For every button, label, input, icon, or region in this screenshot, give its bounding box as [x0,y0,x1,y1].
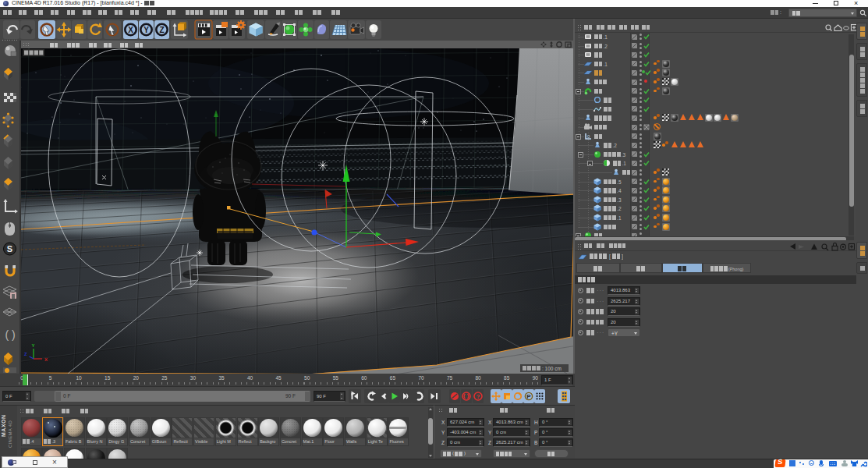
svg-text:?: ? [477,393,480,400]
svg-text:Y: Y [143,26,149,34]
svg-text:Z: Z [24,352,27,356]
svg-text:Z: Z [159,26,164,34]
svg-text:( ): ( ) [5,328,15,341]
svg-text:: 100 cm: : 100 cm [542,366,562,371]
svg-text:0: 0 [587,134,590,139]
svg-text:X: X [128,26,133,34]
svg-text:Y: Y [32,343,35,348]
svg-text:X: X [44,357,48,362]
svg-text:P: P [526,393,531,400]
svg-text:S: S [7,244,12,254]
